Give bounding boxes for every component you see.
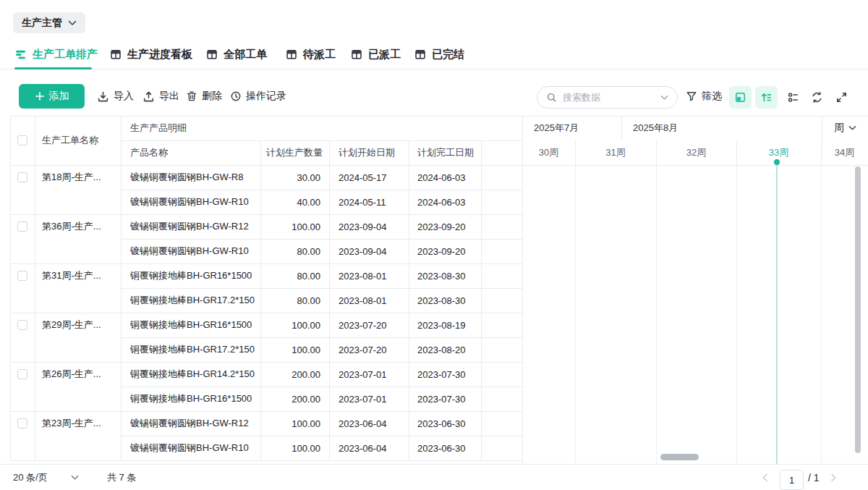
chevron-down-icon <box>71 475 79 481</box>
gantt-grid-line <box>656 165 657 464</box>
role-switcher-label: 生产主管 <box>22 17 62 30</box>
table-grid-icon <box>286 48 297 60</box>
gantt-week-label: 31周 <box>575 140 656 165</box>
search-icon <box>546 92 557 103</box>
table-grid-icon <box>351 48 362 60</box>
sort-order-button[interactable] <box>755 86 778 109</box>
table-grid-icon <box>414 48 426 60</box>
refresh-button[interactable] <box>806 86 828 109</box>
search-input[interactable] <box>563 92 655 103</box>
row-checkbox[interactable] <box>17 221 27 232</box>
delete-button[interactable]: 删除 <box>186 84 222 109</box>
import-button[interactable]: 导入 <box>97 84 134 109</box>
product-name-cell: 铜覆钢接地棒BH-GR14.2*1500 <box>130 362 255 386</box>
export-button[interactable]: 导出 <box>142 84 179 109</box>
planned-qty-cell: 30.00 <box>260 165 320 190</box>
column-group-header-product-detail[interactable]: 生产产品明细 <box>130 116 187 140</box>
current-page-input[interactable]: 1 <box>780 470 804 490</box>
order-name-cell: 第36周-生产... <box>42 214 116 239</box>
planned-start-cell: 2023-08-01 <box>339 263 405 288</box>
row-divider <box>121 460 522 461</box>
gantt-today-line <box>776 162 778 464</box>
table-left-border <box>10 116 11 461</box>
add-button[interactable]: 添加 <box>19 84 85 109</box>
row-checkbox[interactable] <box>17 172 27 182</box>
product-name-cell: 铜覆钢接地棒BH-GR17.2*1500 <box>130 337 255 362</box>
row-checkbox[interactable] <box>17 418 27 428</box>
filter-funnel-icon <box>686 90 697 102</box>
gantt-grid-line <box>821 165 822 464</box>
gantt-month-label: 2025年8月 <box>633 116 822 140</box>
export-icon <box>142 90 155 103</box>
planned-start-cell: 2023-09-04 <box>339 239 405 263</box>
operation-history-label: 操作记录 <box>246 90 286 103</box>
delete-label: 删除 <box>202 90 222 103</box>
tab-bar: 生产工单排产 生产进度看板 全部工单 待派工 已派工 <box>0 39 868 69</box>
planned-end-cell: 2023-06-30 <box>417 436 478 460</box>
select-all-checkbox[interactable] <box>17 135 27 145</box>
planned-end-cell: 2023-09-20 <box>417 239 478 263</box>
card-preview-toggle-button[interactable] <box>729 86 752 109</box>
planned-start-cell: 2023-07-01 <box>339 386 405 411</box>
fullscreen-button[interactable] <box>830 86 853 109</box>
column-header-planned-end[interactable]: 计划完工日期 <box>417 140 474 165</box>
planned-end-cell: 2023-09-20 <box>417 214 478 239</box>
prev-page-button[interactable] <box>762 465 768 490</box>
gantt-horizontal-scrollbar[interactable] <box>660 454 699 460</box>
tab-dispatched[interactable]: 已派工 <box>351 39 401 69</box>
page-size-select[interactable]: 20 条/页 <box>13 465 79 490</box>
column-header-product-name[interactable]: 产品名称 <box>130 140 168 165</box>
order-name-cell: 第18周-生产... <box>42 165 116 190</box>
planned-start-cell: 2024-05-11 <box>339 190 405 214</box>
product-name-cell: 铜覆钢接地棒BH-GR16*1500 <box>130 313 255 337</box>
gantt-week-divider <box>736 140 737 165</box>
page-size-label: 20 条/页 <box>13 471 48 484</box>
row-checkbox[interactable] <box>17 320 27 330</box>
next-page-button[interactable] <box>830 465 837 490</box>
column-header-planned-start[interactable]: 计划开始日期 <box>339 140 395 165</box>
planned-qty-cell: 80.00 <box>260 288 320 313</box>
tab-production-progress-board[interactable]: 生产进度看板 <box>110 39 192 69</box>
chevron-down-icon <box>848 125 856 131</box>
row-checkbox[interactable] <box>17 369 27 379</box>
planned-qty-cell: 80.00 <box>260 263 320 288</box>
planned-start-cell: 2023-08-01 <box>339 288 405 313</box>
tab-label: 全部工单 <box>224 48 267 62</box>
filter-label: 筛选 <box>702 90 722 103</box>
tab-label: 生产工单排产 <box>33 48 98 62</box>
chevron-down-icon[interactable] <box>660 95 668 101</box>
gantt-today-marker <box>774 159 780 165</box>
product-name-cell: 镀锡铜覆钢圆钢BH-GW-R12 <box>130 411 255 436</box>
gantt-granularity-select[interactable]: 周 <box>822 116 868 140</box>
role-switcher[interactable]: 生产主管 <box>13 12 85 33</box>
product-name-cell: 铜覆钢接地棒BH-GR16*1500 <box>130 386 255 411</box>
planned-end-cell: 2023-08-30 <box>417 263 478 288</box>
search-box[interactable] <box>537 86 678 109</box>
product-name-cell: 镀锡铜覆钢圆钢BH-GW-R8 <box>130 165 255 190</box>
tab-label: 待派工 <box>303 48 336 62</box>
filter-button[interactable]: 筛选 <box>686 84 722 109</box>
column-header-planned-qty[interactable]: 计划生产数量 <box>266 140 323 165</box>
gantt-vertical-scrollbar[interactable] <box>855 166 861 453</box>
operation-history-button[interactable]: 操作记录 <box>230 84 286 109</box>
planned-start-cell: 2023-06-04 <box>339 436 405 460</box>
order-name-cell: 第29周-生产... <box>42 313 116 337</box>
add-button-label: 添加 <box>49 90 69 103</box>
group-button[interactable] <box>782 86 804 109</box>
import-label: 导入 <box>114 90 134 103</box>
group-divider <box>10 460 121 461</box>
refresh-icon <box>811 91 823 104</box>
planned-qty-cell: 100.00 <box>260 313 320 337</box>
row-checkbox[interactable] <box>17 271 27 281</box>
planned-qty-cell: 100.00 <box>260 436 320 460</box>
planned-end-cell: 2024-06-03 <box>417 165 478 190</box>
tab-completed[interactable]: 已完结 <box>414 39 464 69</box>
column-header-order-name[interactable]: 生产工单名称 <box>42 116 98 165</box>
tab-to-dispatch[interactable]: 待派工 <box>286 39 336 69</box>
tab-all-orders[interactable]: 全部工单 <box>206 39 267 69</box>
tab-label: 生产进度看板 <box>127 48 192 62</box>
tab-production-order-scheduling[interactable]: 生产工单排产 <box>14 39 98 69</box>
planned-end-cell: 2023-08-30 <box>417 288 478 313</box>
gantt-week-label: 32周 <box>656 140 736 165</box>
gantt-left-border <box>522 116 523 464</box>
